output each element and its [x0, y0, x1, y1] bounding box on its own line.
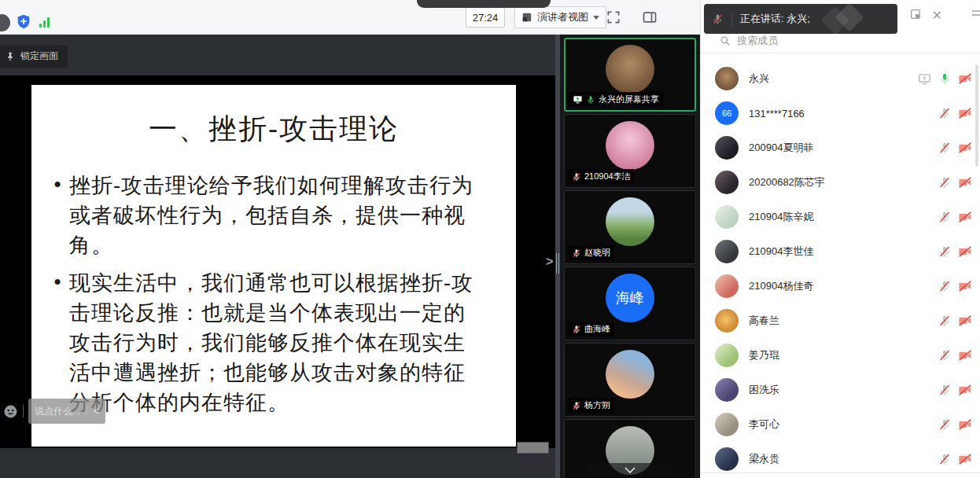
video-tile[interactable]: 海峰 曲海峰	[564, 267, 696, 340]
member-row[interactable]: 姜乃琨	[701, 338, 980, 373]
mic-on-icon	[938, 72, 951, 85]
member-status-icons	[938, 176, 972, 189]
speaking-text: 正在讲话: 永兴;	[740, 12, 810, 26]
mic-muted-icon	[938, 280, 951, 292]
member-avatar	[715, 205, 739, 229]
tile-name-label: 赵晓明	[568, 245, 614, 260]
mic-on-icon	[586, 95, 595, 105]
participants-panel: ✕ 永兴 66 131****7166	[700, 0, 980, 478]
presentation-slide: 一、挫折-攻击理论 • 挫折-攻击理论给予我们如何理解攻击行为 或者破坏性行为，…	[31, 85, 516, 447]
member-row[interactable]: 20200682陈芯宇	[701, 165, 980, 200]
tile-avatar	[606, 45, 654, 94]
member-row[interactable]: 210904李世佳	[701, 234, 980, 269]
video-tile[interactable]: 杨方朔	[564, 343, 696, 417]
member-name: 210904杨佳奇	[749, 279, 938, 293]
member-row[interactable]: 永兴	[701, 61, 980, 96]
side-panel-icon[interactable]	[642, 9, 658, 25]
panel-scrollbar[interactable]	[975, 64, 978, 167]
fullscreen-icon[interactable]	[606, 9, 621, 25]
tile-name-label: 永兴的屏幕共享	[569, 92, 663, 107]
member-avatar	[715, 309, 739, 333]
mic-muted-icon	[572, 172, 581, 182]
mic-muted-icon	[938, 453, 951, 465]
meeting-timer: 27:24	[466, 7, 505, 28]
tile-participant-name: 赵晓明	[584, 247, 610, 259]
camera-off-icon	[958, 280, 972, 292]
pin-icon	[5, 51, 16, 62]
member-avatar	[715, 447, 739, 471]
close-panel-icon[interactable]: ✕	[932, 8, 942, 23]
view-mode-button[interactable]: 演讲者视图	[514, 6, 606, 28]
member-row[interactable]: 困洗乐	[701, 373, 980, 407]
member-status-icons	[938, 349, 972, 362]
speaking-banner[interactable]: 正在讲话: 永兴;	[704, 4, 897, 34]
member-name: 永兴	[749, 72, 918, 86]
member-status-icons	[938, 384, 972, 396]
chat-inner-divider	[87, 406, 87, 417]
member-status-icons	[938, 245, 972, 258]
emoji-icon[interactable]	[3, 404, 18, 419]
mic-muted-icon	[938, 349, 951, 362]
mic-muted-icon	[938, 384, 951, 396]
member-row[interactable]: 200904夏明菲	[701, 131, 980, 165]
camera-off-icon	[958, 384, 972, 396]
floating-toolbar-notch	[417, 0, 551, 8]
member-status-icons	[938, 418, 972, 431]
lock-view-label: 锁定画面	[20, 50, 58, 63]
member-name: 210904李世佳	[749, 245, 938, 259]
mic-muted-icon	[572, 401, 581, 410]
camera-off-icon	[958, 211, 972, 223]
tile-avatar	[606, 350, 654, 399]
member-row[interactable]: 高春兰	[701, 303, 980, 338]
mic-muted-icon	[938, 418, 951, 431]
mic-muted-icon	[938, 211, 951, 223]
chat-input[interactable]: 说点什么... <	[28, 399, 105, 424]
mic-muted-icon	[938, 245, 951, 258]
screen-share-icon	[918, 72, 931, 86]
member-name: 高春兰	[749, 314, 938, 328]
view-mode-label: 演讲者视图	[537, 10, 588, 24]
popout-panel-icon[interactable]	[909, 8, 922, 20]
member-avatar	[715, 378, 739, 402]
security-shield-icon[interactable]	[15, 13, 32, 31]
video-tile[interactable]: 赵晓明	[564, 190, 696, 264]
camera-off-icon	[958, 72, 972, 85]
search-icon	[720, 35, 731, 46]
panel-bottom-divider	[701, 472, 980, 473]
member-name: 李可心	[749, 417, 938, 432]
mic-muted-icon	[938, 107, 951, 120]
self-mic-muted-icon	[712, 13, 724, 25]
chevron-down-icon	[593, 16, 599, 20]
tile-avatar	[606, 121, 654, 170]
video-tile[interactable]: 永兴的屏幕共享	[564, 38, 696, 112]
mic-muted-icon	[938, 142, 951, 154]
member-row[interactable]: 210904杨佳奇	[701, 269, 980, 303]
camera-off-icon	[958, 245, 972, 258]
expand-strip-chevron[interactable]: >	[546, 255, 553, 269]
camera-off-icon	[958, 142, 972, 154]
member-row[interactable]: 210904陈辛妮	[701, 200, 980, 234]
window-avatar-icon[interactable]	[0, 14, 10, 31]
member-row[interactable]: 66 131****7166	[701, 96, 980, 131]
scroll-down-button[interactable]	[587, 463, 673, 476]
member-status-icons	[938, 107, 972, 120]
shared-screen-scrollbar[interactable]	[517, 442, 549, 454]
member-avatar	[715, 413, 739, 436]
member-row[interactable]: 梁永贵	[701, 442, 980, 476]
member-status-icons	[938, 314, 972, 327]
member-status-icons	[938, 211, 972, 223]
network-signal-icon[interactable]	[39, 17, 50, 28]
chat-collapse-arrow[interactable]: <	[94, 406, 99, 417]
quick-chat: 说点什么... <	[3, 399, 105, 424]
lock-view-button[interactable]: 锁定画面	[0, 45, 68, 68]
slide-bullet-list: • 挫折-攻击理论给予我们如何理解攻击行为 或者破坏性行为，包括自杀，提供一种视…	[31, 171, 516, 417]
search-input[interactable]	[737, 35, 926, 46]
bullet-marker: •	[52, 268, 69, 417]
member-name: 200904夏明菲	[749, 141, 938, 155]
menu-icon-partial[interactable]	[972, 8, 980, 19]
member-status-icons	[938, 453, 972, 465]
top-toolbar: 27:24 演讲者视图	[0, 0, 700, 35]
member-row[interactable]: 李可心	[701, 407, 980, 442]
tile-avatar: 海峰	[606, 274, 654, 322]
video-tile[interactable]: 210904李洁	[564, 114, 696, 188]
